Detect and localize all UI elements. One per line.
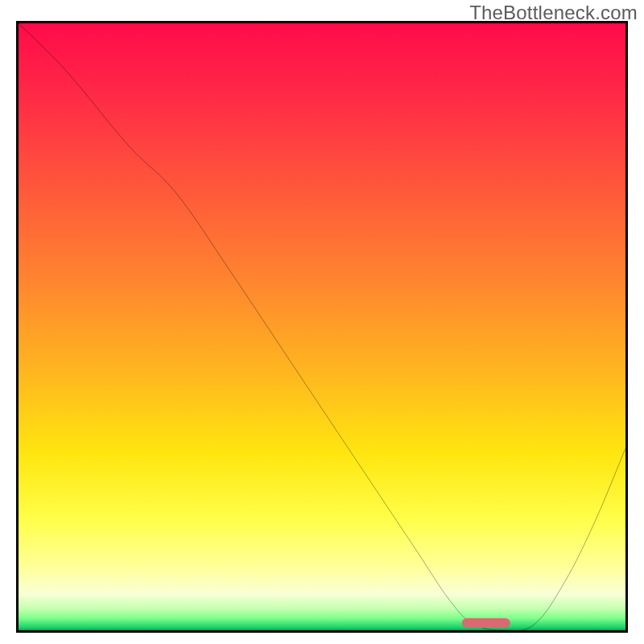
optimal-marker — [461, 618, 510, 628]
chart-container: TheBottleneck.com — [0, 0, 644, 644]
plot-area — [16, 21, 628, 633]
watermark-text: TheBottleneck.com — [469, 2, 638, 24]
bottleneck-curve — [19, 23, 625, 630]
